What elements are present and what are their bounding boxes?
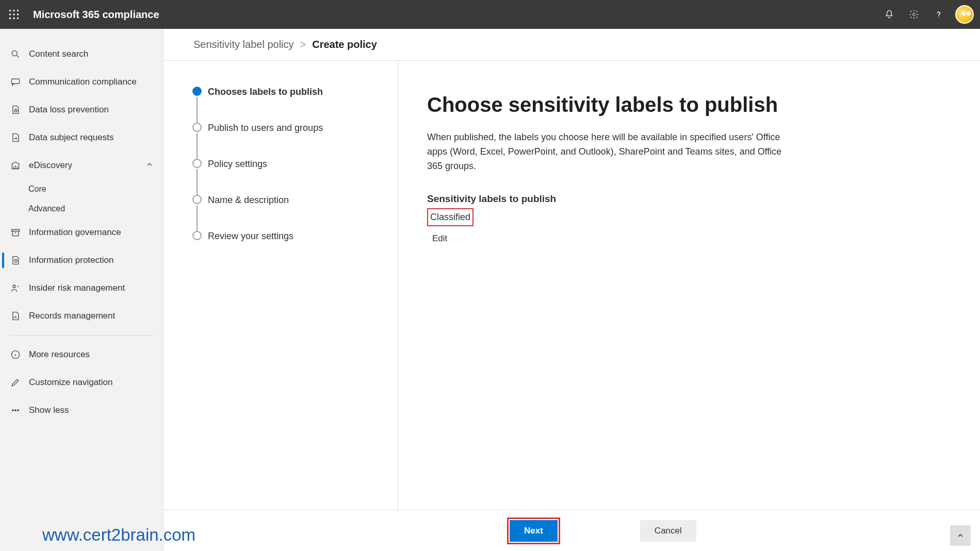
wizard-stepper: Chooses labels to publish Publish to use… xyxy=(164,61,398,510)
svg-point-10 xyxy=(12,51,17,56)
gear-icon xyxy=(909,9,919,20)
svg-rect-1 xyxy=(13,10,15,11)
header-bar: Microsoft 365 compliance xyxy=(0,0,980,29)
notifications-button[interactable] xyxy=(877,2,902,27)
svg-rect-12 xyxy=(14,110,17,112)
sidebar-item-ediscovery[interactable]: eDiscovery xyxy=(0,152,163,179)
svg-rect-7 xyxy=(13,18,15,19)
svg-rect-8 xyxy=(17,18,19,19)
step-publish-users[interactable]: Publish to users and groups xyxy=(192,123,398,133)
sidebar-item-records-management[interactable]: Records management xyxy=(0,302,163,330)
next-button[interactable]: Next xyxy=(510,520,558,542)
chevron-up-icon xyxy=(145,160,154,171)
sidebar-item-insider-risk[interactable]: Insider risk management xyxy=(0,274,163,302)
svg-point-9 xyxy=(913,13,916,16)
shield-doc-icon xyxy=(9,254,22,266)
breadcrumb-current: Create policy xyxy=(312,39,377,51)
svg-rect-2 xyxy=(17,10,19,11)
step-policy-settings[interactable]: Policy settings xyxy=(192,159,398,169)
sidebar-item-label: Communication compliance xyxy=(29,77,137,87)
edit-labels-link[interactable]: Edit xyxy=(432,231,951,246)
person-risk-icon xyxy=(9,282,22,294)
breadcrumb: Sensitivity label policy > Create policy xyxy=(164,29,980,61)
sidebar-item-label: Data subject requests xyxy=(29,132,113,143)
doc-arrow-icon xyxy=(9,131,22,144)
sidebar-item-data-subject-requests[interactable]: Data subject requests xyxy=(0,124,163,152)
svg-rect-14 xyxy=(12,231,19,236)
sidebar-item-label: Customize navigation xyxy=(29,377,113,388)
sidebar-item-label: Insider risk management xyxy=(29,283,125,293)
sidebar-item-label: More resources xyxy=(29,349,90,360)
svg-rect-4 xyxy=(13,14,15,15)
library-icon xyxy=(9,159,22,172)
svg-point-19 xyxy=(18,410,19,411)
page-title: Choose sensitivity labels to publish xyxy=(427,92,951,118)
cancel-button[interactable]: Cancel xyxy=(640,520,696,542)
sidebar-nav: Content search Communication compliance … xyxy=(0,29,164,551)
svg-point-15 xyxy=(13,285,15,288)
page-description: When published, the labels you choose he… xyxy=(427,130,788,173)
wizard-footer: Next Cancel xyxy=(164,510,980,551)
sidebar-item-information-protection[interactable]: Information protection xyxy=(0,246,163,274)
question-icon xyxy=(934,9,944,20)
svg-rect-0 xyxy=(9,10,11,11)
svg-rect-6 xyxy=(9,18,11,19)
doc-chart-icon xyxy=(9,310,22,322)
sidebar-item-communication-compliance[interactable]: Communication compliance xyxy=(0,68,163,96)
svg-rect-11 xyxy=(12,79,20,84)
app-title: Microsoft 365 compliance xyxy=(33,9,159,21)
chat-icon xyxy=(9,76,22,88)
sidebar-item-more-resources[interactable]: More resources xyxy=(0,341,163,369)
selected-label-value: Classified xyxy=(427,208,473,226)
sidebar-subitem-advanced[interactable]: Advanced xyxy=(0,199,163,219)
settings-button[interactable] xyxy=(902,2,926,27)
step-choose-labels[interactable]: Chooses labels to publish xyxy=(192,87,398,97)
svg-point-18 xyxy=(15,410,17,411)
sidebar-item-information-governance[interactable]: Information governance xyxy=(0,219,163,246)
step-review[interactable]: Review your settings xyxy=(192,231,398,241)
app-launcher-button[interactable] xyxy=(0,0,28,29)
info-icon xyxy=(9,348,22,361)
bell-icon xyxy=(884,9,894,20)
sidebar-item-label: Information governance xyxy=(29,227,121,238)
sidebar-item-data-loss-prevention[interactable]: Data loss prevention xyxy=(0,96,163,124)
sidebar-item-label: Content search xyxy=(29,49,88,59)
search-icon xyxy=(9,48,22,60)
detail-panel: Choose sensitivity labels to publish Whe… xyxy=(398,61,980,510)
svg-point-17 xyxy=(12,410,14,411)
sidebar-divider xyxy=(9,335,154,336)
sidebar-item-show-less[interactable]: Show less xyxy=(0,396,163,424)
archive-icon xyxy=(9,226,22,239)
sidebar-item-label: Show less xyxy=(29,405,69,415)
more-icon xyxy=(9,404,22,416)
sidebar-item-label: Information protection xyxy=(29,255,113,265)
sidebar-item-label: Records management xyxy=(29,311,115,321)
breadcrumb-parent[interactable]: Sensitivity label policy xyxy=(193,39,294,51)
svg-rect-5 xyxy=(17,14,19,15)
main-region: Sensitivity label policy > Create policy… xyxy=(164,29,980,551)
labels-subheading: Sensitivity labels to publish xyxy=(427,192,951,206)
chevron-up-icon xyxy=(956,531,965,540)
sidebar-item-customize-navigation[interactable]: Customize navigation xyxy=(0,369,163,396)
doc-lock-icon xyxy=(9,104,22,116)
breadcrumb-separator: > xyxy=(300,39,306,51)
help-button[interactable] xyxy=(926,2,951,27)
sidebar-item-content-search[interactable]: Content search xyxy=(0,40,163,68)
sidebar-subitem-core[interactable]: Core xyxy=(0,179,163,199)
step-name-description[interactable]: Name & description xyxy=(192,195,398,205)
sidebar-item-label: eDiscovery xyxy=(29,160,72,171)
pencil-icon xyxy=(9,376,22,389)
waffle-icon xyxy=(9,10,19,19)
user-avatar[interactable] xyxy=(955,5,974,24)
sidebar-item-label: Data loss prevention xyxy=(29,105,109,115)
scroll-to-top-button[interactable] xyxy=(950,525,971,546)
svg-rect-3 xyxy=(9,14,11,15)
